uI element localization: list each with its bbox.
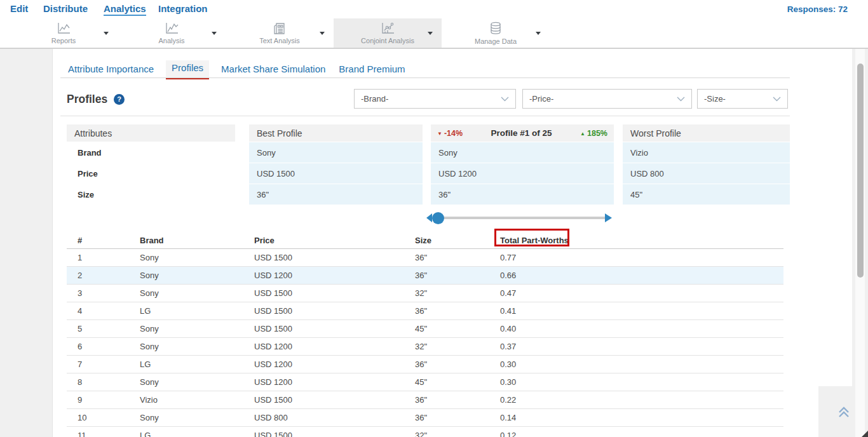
profile-slider-handle[interactable] (432, 212, 444, 224)
table-row[interactable]: 4LGUSD 150036"0.41 (67, 302, 783, 320)
toolbar-item-reports[interactable]: Reports (10, 18, 118, 48)
delta-down-badge: ▼-14% (437, 129, 463, 138)
table-row[interactable]: 11LGUSD 150032"0.12 (67, 427, 783, 437)
table-row[interactable]: 3SonyUSD 150032"0.47 (67, 285, 783, 302)
table-row[interactable]: 5SonyUSD 150045"0.40 (67, 320, 783, 338)
best-profile-column: Best Profile Sony USD 1500 36" (249, 124, 423, 205)
tab-attribute-importance[interactable]: Attribute Importance (67, 62, 155, 79)
dropdown-caret-icon[interactable] (320, 32, 325, 35)
column-header-index[interactable]: # (78, 236, 140, 245)
attributes-header: Attributes (67, 124, 235, 142)
scrollbar-thumb[interactable] (857, 64, 864, 278)
dropdown-caret-icon[interactable] (104, 32, 109, 35)
nav-item-analytics[interactable]: Analytics (104, 3, 146, 16)
best-profile-brand: Sony (249, 142, 423, 163)
dropdown-caret-icon[interactable] (428, 32, 433, 35)
tabs-divider (60, 77, 790, 78)
worst-profile-size: 45" (623, 184, 790, 205)
table-row[interactable]: 8SonyUSD 120045"0.30 (67, 373, 783, 391)
slider-next-arrow-icon[interactable] (605, 213, 612, 222)
table-row-highlighted[interactable]: 2SonyUSD 120036"0.66 (67, 267, 783, 285)
best-profile-header: Best Profile (249, 124, 423, 142)
column-header-brand[interactable]: Brand (140, 236, 254, 245)
toolbar-divider (0, 48, 868, 49)
slider-prev-arrow-icon[interactable] (426, 213, 432, 222)
worst-profile-column: Worst Profile Vizio USD 800 45" (623, 124, 790, 205)
worst-profile-header: Worst Profile (623, 124, 790, 142)
conjoint-tab-bar: Attribute Importance Profiles Market Sha… (67, 60, 407, 79)
analytics-toolbar: Reports Analysis Text Analysis (0, 18, 868, 48)
price-filter-value: -Price- (529, 94, 553, 104)
triangle-down-icon: ▼ (437, 131, 442, 137)
delta-up-badge: ▲185% (580, 129, 607, 138)
attribute-label-price: Price (67, 163, 235, 184)
attribute-label-brand: Brand (67, 142, 235, 163)
tab-profiles[interactable]: Profiles (166, 60, 209, 79)
toolbar-item-analysis[interactable]: Analysis (118, 18, 226, 48)
toolbar-item-manage-data[interactable]: Manage Data (442, 18, 550, 48)
page-title: Profiles (67, 93, 107, 106)
chevron-up-double-icon (837, 407, 850, 421)
attributes-column: Attributes Brand Price Size (67, 124, 235, 205)
chevron-down-icon (677, 94, 685, 104)
current-profile-column: ▼-14% Profile #1 of 25 ▲185% Sony USD 12… (431, 124, 614, 205)
column-header-total-part-worths[interactable]: Total Part-Worths (500, 236, 783, 245)
left-margin (0, 49, 53, 437)
current-profile-price: USD 1200 (431, 163, 614, 184)
toolbar-item-label: Reports (51, 37, 76, 44)
toolbar-item-label: Text Analysis (259, 37, 300, 44)
database-icon (489, 22, 503, 36)
best-profile-size: 36" (249, 184, 423, 205)
table-header-row: # Brand Price Size Total Part-Worths (67, 232, 783, 249)
table-row[interactable]: 10SonyUSD 80036"0.14 (67, 409, 783, 427)
part-worths-table: # Brand Price Size Total Part-Worths 1So… (67, 232, 783, 437)
worst-profile-brand: Vizio (623, 142, 790, 163)
price-filter-dropdown[interactable]: -Price- (522, 89, 692, 109)
current-profile-header: ▼-14% Profile #1 of 25 ▲185% (431, 124, 614, 142)
scatter-chart-icon (380, 22, 395, 35)
responses-count: Responses: 72 (787, 4, 848, 14)
newspaper-icon (273, 22, 287, 35)
current-profile-brand: Sony (431, 142, 614, 163)
line-chart-icon (56, 22, 71, 35)
dropdown-caret-icon[interactable] (212, 32, 217, 35)
tab-market-share-simulation[interactable]: Market Share Simulation (220, 62, 327, 79)
toolbar-item-label: Conjoint Analysis (361, 37, 414, 44)
scroll-to-top-button[interactable] (835, 405, 853, 422)
help-icon[interactable]: ? (114, 94, 125, 105)
brand-filter-value: -Brand- (361, 94, 388, 104)
profile-slider-track[interactable] (438, 217, 609, 219)
current-profile-size: 36" (431, 184, 614, 205)
column-header-size[interactable]: Size (415, 236, 500, 245)
top-nav: Edit Distribute Analytics Integration Re… (0, 0, 868, 18)
table-row[interactable]: 1SonyUSD 150036"0.77 (67, 249, 783, 267)
toolbar-item-text-analysis[interactable]: Text Analysis (226, 18, 334, 48)
trend-chart-icon (164, 22, 179, 35)
current-profile-title: Profile #1 of 25 (491, 128, 552, 138)
nav-item-integration[interactable]: Integration (158, 3, 208, 14)
title-divider (60, 116, 790, 116)
toolbar-item-label: Manage Data (475, 37, 517, 45)
nav-item-edit[interactable]: Edit (10, 3, 28, 14)
table-row[interactable]: 6SonyUSD 120032"0.37 (67, 338, 783, 356)
chevron-down-icon (773, 94, 781, 104)
worst-profile-price: USD 800 (623, 163, 790, 184)
app-window: Edit Distribute Analytics Integration Re… (0, 0, 868, 437)
table-row[interactable]: 9VizioUSD 150036"0.22 (67, 391, 783, 409)
triangle-up-icon: ▲ (580, 131, 585, 137)
table-row[interactable]: 7LGUSD 120036"0.30 (67, 356, 783, 373)
chevron-down-icon (501, 94, 509, 104)
size-filter-dropdown[interactable]: -Size- (697, 89, 788, 109)
tab-brand-premium[interactable]: Brand Premium (337, 62, 406, 79)
toolbar-item-conjoint-analysis[interactable]: Conjoint Analysis (334, 18, 442, 48)
nav-item-distribute[interactable]: Distribute (43, 3, 88, 14)
brand-filter-dropdown[interactable]: -Brand- (354, 89, 516, 109)
column-header-price[interactable]: Price (254, 236, 415, 245)
dropdown-caret-icon[interactable] (536, 32, 541, 35)
best-profile-price: USD 1500 (249, 163, 423, 184)
toolbar-item-label: Analysis (159, 37, 185, 44)
size-filter-value: -Size- (704, 94, 726, 104)
attribute-label-size: Size (67, 184, 235, 205)
